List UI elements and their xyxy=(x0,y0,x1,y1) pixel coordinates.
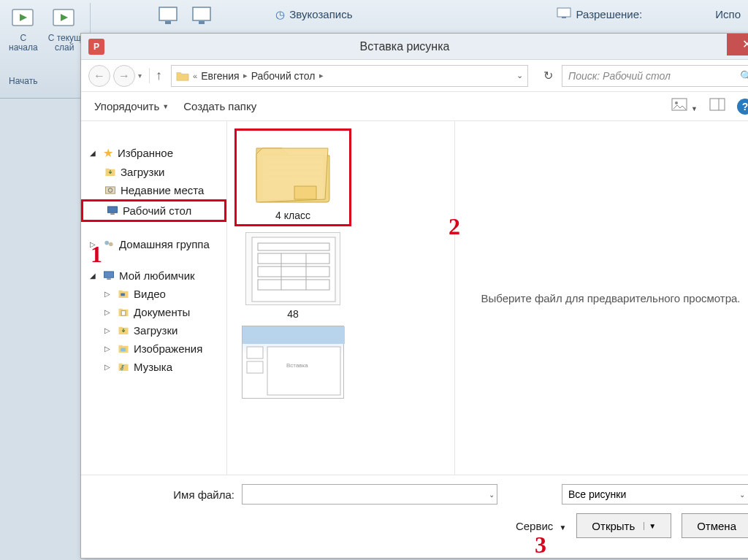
refresh-button[interactable]: ↻ xyxy=(537,65,559,87)
dialog-title: Вставка рисунка xyxy=(112,40,698,53)
new-folder-button[interactable]: Создать папку xyxy=(183,100,256,112)
downloads-icon xyxy=(104,167,116,177)
svg-rect-20 xyxy=(104,272,114,277)
svg-rect-9 xyxy=(562,17,566,18)
clock-icon: ◷ xyxy=(275,8,285,21)
folder-tree: ◢ ★ Избранное Загрузки Недавние места Ра… xyxy=(81,121,227,475)
tree-downloads[interactable]: Загрузки xyxy=(81,163,226,181)
svg-rect-22 xyxy=(121,294,125,296)
svg-rect-35 xyxy=(267,347,340,395)
arrow-left-icon: ← xyxy=(94,69,105,83)
preview-pane-button[interactable] xyxy=(709,98,725,115)
annotation-2: 2 xyxy=(449,213,460,240)
organize-button[interactable]: Упорядочить ▼ xyxy=(94,100,169,112)
monitor-icon xyxy=(156,4,180,28)
up-button[interactable]: ↑ xyxy=(149,68,162,83)
forward-button[interactable]: → xyxy=(113,65,135,87)
breadcrumb-item-1[interactable]: Евгения xyxy=(201,70,240,82)
ribbon-right-group: ◷ Звукозапись Разрешение: Испо xyxy=(275,3,748,21)
resolution-button[interactable]: Разрешение: xyxy=(557,7,642,21)
arrow-right-icon: → xyxy=(118,69,130,83)
audio-record-button[interactable]: ◷ Звукозапись xyxy=(275,7,352,21)
chevron-down-icon: ▼ xyxy=(559,523,566,532)
star-icon: ★ xyxy=(103,146,113,160)
file-item-ppt[interactable]: Вставка xyxy=(234,326,351,399)
back-button[interactable]: ← xyxy=(88,65,110,87)
new-folder-label: Создать папку xyxy=(183,100,256,112)
tree-favorites[interactable]: ◢ ★ Избранное xyxy=(81,143,226,163)
chevron-down-icon[interactable]: ⌄ xyxy=(516,71,523,80)
breadcrumb-item-2[interactable]: Рабочий стол xyxy=(251,70,316,82)
file-item-doc[interactable]: 48 xyxy=(234,232,351,320)
expand-icon: ▷ xyxy=(104,326,113,334)
svg-rect-17 xyxy=(110,213,115,215)
file-item-folder[interactable]: 4 класс xyxy=(234,129,351,226)
tree-computer[interactable]: ◢ Мой любимчик xyxy=(81,266,226,285)
preview-pane: Выберите файл для предварительного просм… xyxy=(455,121,748,475)
breadcrumb[interactable]: « Евгения ▸ Рабочий стол ▸ ⌄ xyxy=(171,65,528,87)
expand-icon: ▷ xyxy=(104,363,113,371)
tree-label: Домашняя группа xyxy=(119,238,210,250)
view-button[interactable]: ▼ xyxy=(671,98,698,115)
svg-point-11 xyxy=(675,101,678,104)
from-current-button[interactable]: С текущ слай xyxy=(45,4,84,54)
dialog-footer: Имя файла: ⌄ Все рисунки ⌄ Сервис ▼ Откр… xyxy=(81,475,748,547)
filetype-filter[interactable]: Все рисунки ⌄ xyxy=(562,484,748,505)
tree-video[interactable]: ▷ Видео xyxy=(81,285,226,303)
expand-icon: ▷ xyxy=(104,308,113,316)
monitor-small-icon xyxy=(557,7,571,21)
use-label: Испо xyxy=(715,7,741,21)
help-button[interactable]: ? xyxy=(737,99,748,115)
from-beginning-button[interactable]: С начала xyxy=(6,4,41,54)
ribbon-group-label: Начать xyxy=(0,73,47,89)
open-button[interactable]: Открыть ▼ xyxy=(576,513,671,538)
tree-documents[interactable]: ▷ Документы xyxy=(81,303,226,321)
tree-label: Загрузки xyxy=(134,324,178,337)
ribbon-group-start: С начала С текущ слай xyxy=(0,3,91,72)
dialog-navbar: ← → ▾ ↑ « Евгения ▸ Рабочий стол ▸ ⌄ ↻ П… xyxy=(81,60,748,92)
svg-rect-21 xyxy=(107,278,111,280)
chevron-right-icon: ▸ xyxy=(241,71,250,80)
music-icon xyxy=(118,362,129,372)
svg-point-18 xyxy=(104,241,109,245)
svg-point-19 xyxy=(109,242,113,247)
svg-rect-6 xyxy=(193,7,210,20)
tree-label: Музыка xyxy=(134,361,172,373)
history-dropdown-icon[interactable]: ▾ xyxy=(138,72,142,80)
images-icon xyxy=(118,344,129,353)
tree-images[interactable]: ▷ Изображения xyxy=(81,340,226,358)
tree-label: Рабочий стол xyxy=(123,204,191,217)
arrow-up-icon: ↑ xyxy=(156,68,162,83)
chevron-right-icon: ▸ xyxy=(317,71,326,80)
tree-homegroup[interactable]: ▷ Домашняя группа xyxy=(81,235,226,253)
tree-music[interactable]: ▷ Музыка xyxy=(81,358,226,376)
folder-large-icon xyxy=(249,134,337,207)
svg-rect-23 xyxy=(121,311,126,316)
search-input[interactable]: Поиск: Рабочий стол 🔍 xyxy=(562,65,748,87)
folder-icon xyxy=(176,69,189,83)
video-icon xyxy=(118,289,129,299)
tree-label: Мой любимчик xyxy=(119,269,195,282)
document-thumb-icon xyxy=(245,232,340,305)
tree-recent[interactable]: Недавние места xyxy=(81,181,226,199)
computer-icon xyxy=(103,271,115,280)
chevron-down-icon[interactable]: ⌄ xyxy=(489,491,495,499)
file-list: 4 класс 48 xyxy=(227,121,455,475)
play-icon xyxy=(10,6,37,32)
svg-rect-4 xyxy=(159,7,177,20)
split-dropdown-icon[interactable]: ▼ xyxy=(644,522,656,530)
close-button[interactable]: ✕ xyxy=(727,34,748,55)
documents-icon xyxy=(118,307,129,317)
dialog-body: ◢ ★ Избранное Загрузки Недавние места Ра… xyxy=(81,121,748,475)
tree-downloads-2[interactable]: ▷ Загрузки xyxy=(81,321,226,340)
cancel-button[interactable]: Отмена xyxy=(682,513,748,538)
tree-label: Недавние места xyxy=(121,184,204,196)
filename-input[interactable] xyxy=(242,484,497,505)
tools-button[interactable]: Сервис ▼ xyxy=(516,520,566,532)
from-beginning-label: С начала xyxy=(9,34,38,53)
tree-label: Избранное xyxy=(118,147,173,159)
tree-desktop[interactable]: Рабочий стол xyxy=(81,199,226,222)
downloads-icon xyxy=(118,326,129,335)
ppt-thumb-icon: Вставка xyxy=(242,326,344,399)
dialog-toolbar: Упорядочить ▼ Создать папку ▼ ? xyxy=(81,92,748,121)
